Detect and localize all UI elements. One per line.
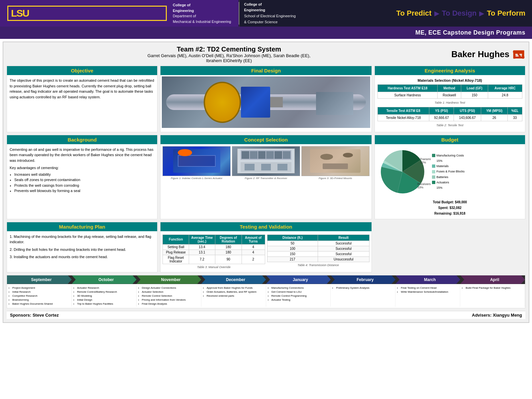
table4-caption: Table 4: Transmission Distance <box>267 263 370 267</box>
team-members2: Ibrahem ElGhetrify (EE) <box>7 58 451 63</box>
table3-caption: Table 3: Manual Override <box>162 265 265 269</box>
timeline-col-dec: Approval from Baker Hughes for Funds Ord… <box>201 285 266 307</box>
ha-col4: Average HRC <box>488 84 522 92</box>
budget-pie-container: Transmitter 32% Receivers 33% Manufactur… <box>377 147 522 197</box>
row2: Background Cementing an oil and gas well… <box>7 135 525 219</box>
ta-col5: %EL <box>508 107 522 115</box>
table-row: 150 Successful <box>267 251 369 256</box>
timeline-col-apr: Build Final Package for Baker Hughes <box>460 285 525 307</box>
transmitter-label: Transmitter <box>420 157 431 161</box>
concept-selection-header: Concept Selection <box>160 135 371 144</box>
concept-img-3: Figure 3: 3D-Printed Mounts <box>301 146 370 180</box>
advisers-info: Advisers: Xiangyu Meng <box>472 313 522 318</box>
table-row: Setting Ball 13.4 180 4 <box>163 244 265 249</box>
list-item: Design Actuator Connections <box>142 286 199 290</box>
ta-r1c5: 33 <box>508 115 522 121</box>
background-box: Background Cementing an oil and gas well… <box>7 135 158 219</box>
baker-hughes-logo: Baker Hughes <box>451 49 525 60</box>
timeline-col-jan: Manufacturing Connections Get Cement Hea… <box>266 285 331 307</box>
t1-col2: Average Time (sec.) <box>189 235 215 244</box>
timeline-col-mar: Final Testing on Cement Head Write Maint… <box>395 285 460 307</box>
timeline-november: November <box>137 275 201 284</box>
list-item: Actuator Testing <box>271 298 329 302</box>
objective-content: The objective of this project is to crea… <box>7 75 157 102</box>
testing-table2-container: Distance (ft.) Result 50 Successful 100 <box>267 233 370 270</box>
list-item: Preliminary System Analysis <box>336 286 393 290</box>
timeline-february: February <box>331 275 395 284</box>
final-design-box: Final Design <box>160 66 372 132</box>
tensile-table: Tensile Test ASTM E8 YS (PSI) UTS (PSI) … <box>377 107 522 121</box>
list-item: Order Actuators, Batteries, and RF syste… <box>207 290 264 294</box>
list-item: Actuator Research <box>77 286 134 290</box>
legend-label: Manufacturing Costs <box>437 153 464 158</box>
timeline-bullets: Project Assignment Initial Research Comp… <box>7 284 525 308</box>
main-content: Team #2: TD2 Cementing System Garret Ger… <box>3 42 529 323</box>
transmitter-image <box>232 146 300 176</box>
list-item: Remote Control Selection <box>142 294 199 298</box>
concept-caption-2: Figure 2: RF Transmitter & Receiver <box>232 177 300 180</box>
background-text: Cementing an oil and gas well is imperat… <box>10 147 155 163</box>
eece-info: College of Engineering School of Electri… <box>244 2 296 25</box>
timeline-october: October <box>72 275 137 284</box>
predict-text: To Predict <box>396 9 432 18</box>
total-budget: Total Budget: $49,000 <box>377 199 522 205</box>
ha-r1c4: 24.8 <box>488 92 522 98</box>
list-item: Write Maintenance Schedule/Installation <box>401 290 458 294</box>
ta-r1c4: 26 <box>481 115 508 121</box>
list-item: Manufacturing Connections <box>271 286 329 290</box>
list-item: Remote Control/Battery Research <box>77 290 134 294</box>
advisers-name: Xiangyu Meng <box>493 313 522 318</box>
sponsors-row: Sponsors: Steve Cortez Advisers: Xiangyu… <box>7 311 525 319</box>
legend-item: 15% <box>432 158 465 163</box>
remaining-budget: Remaining: $16,918 <box>377 211 522 216</box>
table-row: Tensile Nickel Alloy-718 92,666.67 143,6… <box>377 115 522 121</box>
baker-hughes-icon <box>512 49 525 60</box>
manufacturing-plan-header: Manufacturing Plan <box>7 222 157 231</box>
timeline-january: January <box>266 275 331 284</box>
list-item: Pricing and Information from Vendors <box>142 298 199 302</box>
list-item: Final Testing on Cement Head <box>401 286 458 290</box>
legend-item: Fuses & Fuse Blocks <box>432 169 465 174</box>
table-row: Flag Reset Indicator 7.2 90 2 <box>163 255 265 264</box>
list-item: Initial Research <box>12 290 69 294</box>
testing-table1-container: Function Average Time (sec.) Degrees of … <box>162 233 265 270</box>
mounts-image <box>301 146 370 176</box>
subheader: ME, ECE Capstone Design Programs <box>0 27 532 39</box>
transmission-table: Distance (ft.) Result 50 Successful 100 <box>267 235 370 262</box>
background-intro: Key advantages of cementing: <box>10 165 155 171</box>
timeline-section: September October November December Janu… <box>7 275 525 308</box>
legend-label: Batteries <box>437 174 449 180</box>
list-item: Seals off zones to prevent contamination <box>14 177 155 183</box>
list-item: Increases well stability <box>14 172 155 177</box>
legend-label: Fuses & Fuse Blocks <box>437 169 465 174</box>
arrow2-icon: ▶ <box>479 9 484 17</box>
legend-item: Manufacturing Costs <box>432 153 465 158</box>
testing-content: Function Average Time (sec.) Degrees of … <box>160 231 371 272</box>
row3-right-spacer <box>374 222 525 272</box>
timeline-march: March <box>395 275 460 284</box>
engineering-analysis-box: Engineering Analysis Materials Selection… <box>374 66 525 132</box>
final-design-image <box>162 76 370 128</box>
fuses-dot <box>432 170 435 173</box>
list-item: Approval from Baker Hughes for Funds <box>207 286 264 290</box>
ta-r1c2: 92,666.67 <box>429 115 454 121</box>
lsu-section: LSU College of Engineering Department of… <box>0 0 239 27</box>
advisers-label: Advisers: <box>472 313 491 318</box>
ha-col2: Method <box>438 84 461 92</box>
list-item: Prevents well blowouts by forming a seal <box>14 188 155 194</box>
spent-budget: Spent: $32,082 <box>377 205 522 211</box>
list-item: Baker Hughes Documents Shared <box>12 302 69 306</box>
manual-override-table: Function Average Time (sec.) Degrees of … <box>162 235 265 264</box>
batteries-dot <box>432 175 435 179</box>
lsu-logo-text: LSU <box>11 8 29 19</box>
list-item: Actuator Selection <box>142 290 199 294</box>
timeline-december: December <box>201 275 266 284</box>
ha-r1c2: Rockwell <box>438 92 461 98</box>
actuator-image <box>162 146 231 176</box>
ta-col3: UTS (PSI) <box>454 107 481 115</box>
mfg-item-1: 1. Machining of the mounting brackets fo… <box>10 234 155 245</box>
background-header: Background <box>7 135 157 144</box>
design-text: To Design <box>442 9 477 18</box>
sponsors-name: Steve Cortez <box>33 313 59 318</box>
sponsors-info: Sponsors: Steve Cortez <box>10 313 59 318</box>
